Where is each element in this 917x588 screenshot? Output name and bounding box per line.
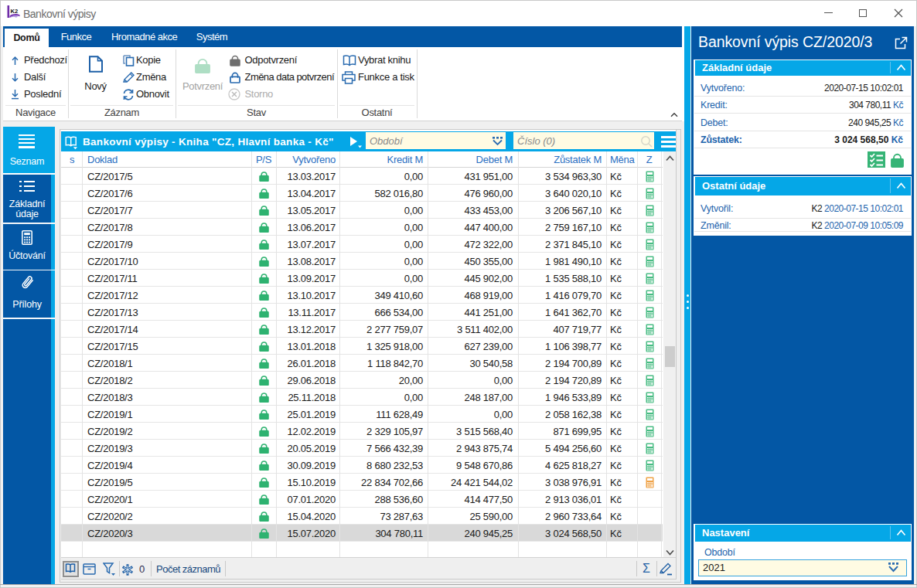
svg-text:K2: K2 (11, 8, 19, 15)
